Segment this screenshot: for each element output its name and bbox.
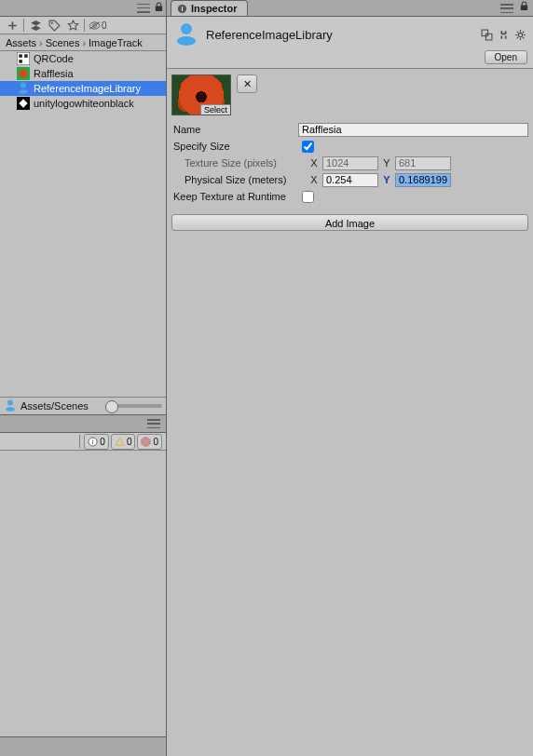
svg-point-8	[20, 83, 26, 88]
project-footer: Assets/Scenes	[0, 397, 166, 414]
inspector-body: Select ✕ Name Specify Size Texture Size …	[167, 69, 533, 756]
lock-icon[interactable]	[154, 2, 164, 14]
specify-size-checkbox[interactable]	[302, 141, 314, 153]
svg-rect-4	[24, 54, 28, 58]
texture-size-y-field	[395, 156, 451, 170]
project-pane: 0 Assets › Scenes › ImageTrack QRCode	[0, 0, 167, 756]
star-icon[interactable]	[63, 19, 82, 32]
error-count: 0	[153, 437, 158, 447]
warn-count: 0	[127, 437, 132, 447]
lock-icon[interactable]	[519, 1, 529, 13]
inspector-tab-strip: i Inspector	[167, 0, 533, 17]
gear-icon[interactable]	[512, 27, 527, 42]
x-label: X	[309, 174, 319, 185]
svg-point-7	[19, 69, 27, 77]
footer-path: Assets/Scenes	[20, 400, 102, 412]
keep-texture-label: Keep Texture at Runtime	[171, 191, 294, 202]
asset-name: unitylogowhiteonblack	[34, 98, 134, 109]
name-label: Name	[171, 124, 294, 135]
layers-icon[interactable]	[26, 19, 45, 32]
info-count: 0	[100, 437, 105, 447]
add-image-button[interactable]: Add Image	[171, 214, 528, 231]
svg-text:i: i	[181, 5, 183, 13]
chevron-right-icon: ›	[82, 37, 86, 48]
asset-list: QRCode Rafflesia ReferenceImageLibrary u…	[0, 51, 166, 111]
console-toolbar: i 0 0 0	[0, 433, 166, 451]
svg-point-11	[7, 400, 13, 406]
select-badge[interactable]: Select	[200, 104, 230, 115]
pane-menu-icon[interactable]	[137, 4, 150, 13]
inspector-tab-label: Inspector	[191, 3, 238, 14]
library-icon	[17, 82, 30, 95]
y-label: Y	[382, 174, 391, 185]
library-icon	[4, 399, 17, 412]
info-filter-button[interactable]: i 0	[84, 434, 109, 450]
pane-menu-icon[interactable]	[500, 4, 513, 13]
list-item[interactable]: unitylogowhiteonblack	[0, 96, 166, 111]
image-icon	[17, 52, 30, 65]
svg-rect-2	[17, 52, 30, 65]
crumb-1[interactable]: Scenes	[46, 37, 80, 48]
asset-type-icon	[172, 20, 200, 48]
physical-size-x-field[interactable]	[322, 173, 378, 187]
project-toolbar: 0	[0, 17, 166, 34]
chevron-right-icon: ›	[39, 37, 43, 48]
help-icon[interactable]	[496, 27, 511, 42]
warn-filter-button[interactable]: 0	[111, 434, 136, 450]
name-field[interactable]	[298, 123, 528, 137]
texture-size-label: Texture Size (pixels)	[171, 157, 306, 169]
svg-rect-20	[485, 34, 492, 40]
inspector-asset-title: ReferenceImageLibrary	[206, 28, 473, 42]
texture-thumbnail[interactable]: Select	[171, 74, 231, 115]
console-tab-strip	[0, 414, 166, 433]
physical-size-y-field[interactable]	[395, 173, 451, 187]
svg-point-12	[6, 407, 14, 412]
remove-entry-button[interactable]: ✕	[237, 74, 257, 93]
texture-size-x-field	[322, 156, 378, 170]
create-dropdown-icon[interactable]	[3, 19, 21, 32]
crumb-0[interactable]: Assets	[6, 37, 36, 48]
image-icon	[17, 97, 30, 110]
physical-size-label: Physical Size (meters)	[171, 174, 306, 185]
thumb-size-slider[interactable]	[106, 404, 162, 408]
svg-rect-5	[19, 60, 22, 63]
svg-rect-3	[19, 54, 22, 58]
svg-rect-19	[482, 30, 488, 35]
pane-menu-icon[interactable]	[147, 419, 160, 428]
svg-point-9	[19, 89, 27, 94]
hidden-count: 0	[102, 20, 107, 31]
preset-icon[interactable]	[479, 27, 494, 42]
project-tab-strip	[0, 0, 166, 17]
inspector-pane: i Inspector ReferenceImageLibrary	[167, 0, 533, 756]
svg-point-0	[50, 21, 52, 23]
svg-point-21	[518, 33, 522, 36]
svg-point-17	[181, 23, 192, 34]
list-item[interactable]: QRCode	[0, 51, 166, 66]
image-icon	[17, 67, 30, 80]
asset-name: QRCode	[34, 53, 74, 64]
keep-texture-checkbox[interactable]	[302, 191, 314, 203]
open-button[interactable]: Open	[485, 50, 527, 64]
error-filter-button[interactable]: 0	[137, 434, 162, 450]
crumb-2[interactable]: ImageTrack	[89, 37, 143, 48]
svg-point-18	[177, 36, 196, 46]
tag-icon[interactable]	[45, 19, 63, 32]
specify-size-label: Specify Size	[171, 141, 294, 152]
inspector-header: ReferenceImageLibrary Open	[167, 17, 533, 69]
y-label: Y	[382, 157, 391, 169]
visibility-icon[interactable]: 0	[87, 19, 109, 32]
list-item[interactable]: Rafflesia	[0, 66, 166, 81]
asset-name: Rafflesia	[34, 68, 74, 79]
asset-name: ReferenceImageLibrary	[34, 83, 141, 94]
console-body[interactable]	[0, 451, 166, 737]
x-label: X	[309, 157, 319, 169]
tab-inspector[interactable]: i Inspector	[171, 0, 248, 16]
breadcrumb[interactable]: Assets › Scenes › ImageTrack	[0, 34, 166, 51]
list-item[interactable]: ReferenceImageLibrary	[0, 81, 166, 96]
